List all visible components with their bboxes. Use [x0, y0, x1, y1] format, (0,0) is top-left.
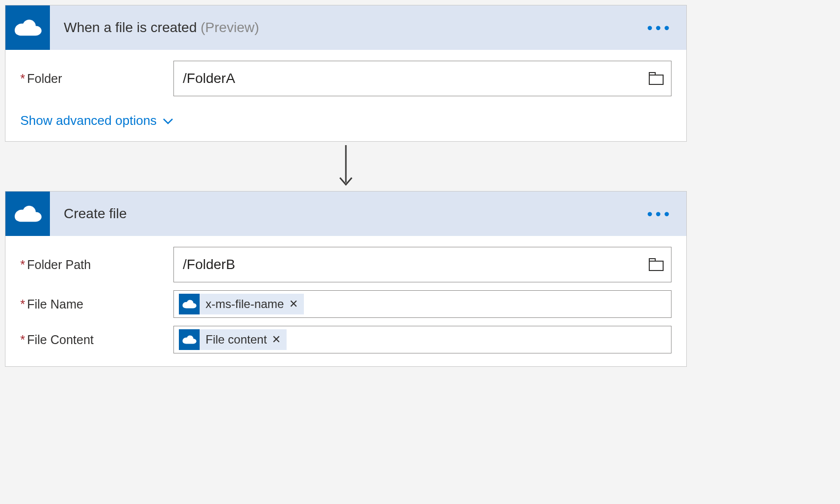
folder-icon: [649, 258, 664, 271]
folder-path-input-wrap: [173, 247, 672, 282]
onedrive-icon: [179, 294, 200, 314]
show-advanced-options-link[interactable]: Show advanced options: [20, 113, 173, 128]
trigger-header[interactable]: When a file is created (Preview) •••: [5, 5, 686, 50]
token-label: File content: [206, 333, 267, 347]
chevron-down-icon: [163, 113, 173, 128]
cloud-icon: [13, 18, 42, 38]
folder-icon: [649, 72, 664, 85]
cloud-icon: [182, 299, 197, 309]
file-name-row: *File Name x-ms-file-name ✕: [20, 290, 672, 318]
token-remove-button[interactable]: ✕: [272, 333, 281, 346]
token-label: x-ms-file-name: [206, 297, 284, 311]
file-content-input[interactable]: File content ✕: [173, 326, 672, 353]
svg-rect-4: [649, 259, 655, 261]
trigger-title: When a file is created (Preview): [64, 20, 259, 36]
action-card: Create file ••• *Folder Path: [5, 191, 687, 367]
action-body: *Folder Path *File Name: [5, 236, 686, 366]
folder-label: *Folder: [20, 72, 173, 86]
required-indicator: *: [20, 72, 25, 85]
svg-rect-0: [649, 75, 663, 84]
trigger-suffix: (Preview): [201, 20, 259, 35]
file-name-input[interactable]: x-ms-file-name ✕: [173, 290, 672, 318]
file-content-row: *File Content File content ✕: [20, 326, 672, 353]
onedrive-icon: [5, 192, 50, 236]
folder-row: *Folder: [20, 61, 672, 96]
onedrive-icon: [5, 5, 50, 50]
more-menu-button[interactable]: •••: [647, 205, 672, 223]
cloud-icon: [13, 204, 42, 224]
required-indicator: *: [20, 297, 25, 311]
onedrive-icon: [179, 329, 200, 350]
svg-rect-3: [649, 261, 663, 271]
file-name-token[interactable]: x-ms-file-name ✕: [179, 294, 304, 314]
action-title: Create file: [64, 206, 127, 222]
more-menu-button[interactable]: •••: [647, 19, 672, 37]
flow-arrow-connector: [5, 142, 687, 191]
folder-picker-button[interactable]: [641, 247, 671, 282]
token-remove-button[interactable]: ✕: [289, 298, 298, 310]
folder-path-label: *Folder Path: [20, 258, 173, 272]
folder-path-row: *Folder Path: [20, 247, 672, 282]
file-name-label: *File Name: [20, 297, 173, 311]
required-indicator: *: [20, 258, 25, 271]
file-content-token[interactable]: File content ✕: [179, 329, 287, 350]
trigger-card: When a file is created (Preview) ••• *Fo…: [5, 5, 687, 142]
trigger-body: *Folder Show advanced options: [5, 50, 686, 141]
arrow-down-icon: [336, 144, 356, 189]
folder-picker-button[interactable]: [641, 61, 671, 96]
svg-rect-1: [649, 73, 655, 75]
folder-input[interactable]: [174, 61, 641, 96]
cloud-icon: [182, 335, 197, 345]
required-indicator: *: [20, 333, 25, 347]
folder-path-input[interactable]: [174, 247, 641, 282]
folder-input-wrap: [173, 61, 672, 96]
action-header[interactable]: Create file •••: [5, 192, 686, 236]
file-content-label: *File Content: [20, 333, 173, 347]
